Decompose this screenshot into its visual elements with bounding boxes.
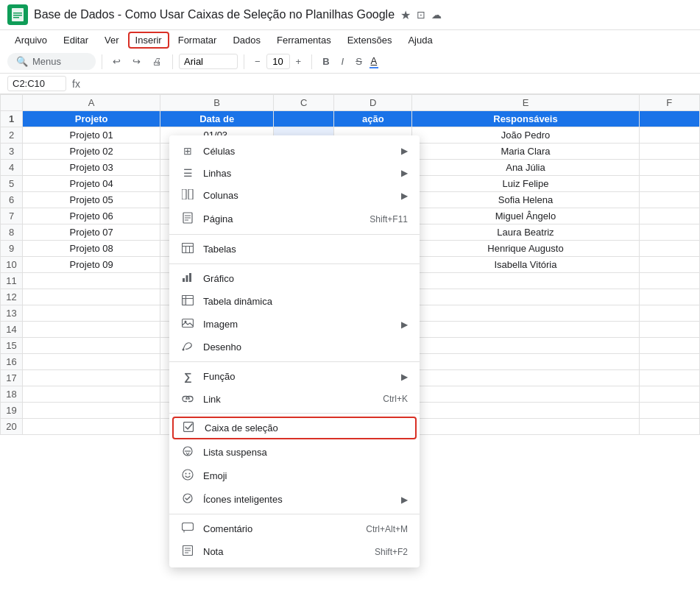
menu-item-tabela-dinamica[interactable]: Tabela dinâmica: [169, 290, 420, 313]
menu-item-nota[interactable]: Nota Shift+F2: [169, 540, 420, 563]
header-B[interactable]: Data de: [160, 111, 274, 127]
desenho-label: Desenho: [203, 341, 408, 353]
menu-dados[interactable]: Dados: [225, 32, 268, 49]
cell-A6[interactable]: Projeto 05: [23, 192, 160, 208]
cell-F10[interactable]: [639, 257, 699, 273]
cell-A9[interactable]: Projeto 08: [23, 241, 160, 257]
toolbar: 🔍 Menus ↩ ↪ 🖨 Arial − 10 + B I S A: [0, 50, 700, 74]
divider-3: [169, 361, 420, 362]
row-num-3: 3: [1, 144, 23, 160]
undo-button[interactable]: ↩: [108, 54, 125, 69]
cell-E3[interactable]: Maria Clara: [412, 144, 639, 160]
menu-ferramentas[interactable]: Ferramentas: [269, 32, 339, 49]
col-header-D[interactable]: D: [334, 95, 412, 111]
cell-A5[interactable]: Projeto 04: [23, 176, 160, 192]
menu-item-caixa-selecao[interactable]: Caixa de seleção: [174, 418, 415, 438]
menu-inserir[interactable]: Inserir: [128, 32, 169, 49]
cell-E10[interactable]: Isabella Vitória: [412, 257, 639, 273]
col-header-E[interactable]: E: [412, 95, 639, 111]
menu-item-link[interactable]: Link Ctrl+K: [169, 388, 420, 410]
nota-shortcut: Shift+F2: [375, 547, 408, 557]
cell-A7[interactable]: Projeto 06: [23, 208, 160, 224]
menu-item-lista-suspensa[interactable]: Lista suspensa: [169, 441, 420, 464]
cell-E6[interactable]: Sofia Helena: [412, 192, 639, 208]
cell-A2[interactable]: Projeto 01: [23, 127, 160, 144]
cell-A10[interactable]: Projeto 09: [23, 257, 160, 273]
menu-ajuda[interactable]: Ajuda: [400, 32, 439, 49]
cloud-icon[interactable]: ☁: [431, 9, 442, 21]
present-icon[interactable]: ⊡: [417, 9, 425, 21]
font-size-increase[interactable]: +: [291, 54, 306, 69]
cell-F3[interactable]: [639, 144, 699, 160]
cell-F6[interactable]: [639, 192, 699, 208]
cell-A4[interactable]: Projeto 03: [23, 160, 160, 176]
menu-item-emoji[interactable]: Emoji: [169, 464, 420, 488]
separator-1: [102, 54, 102, 69]
cell-F9[interactable]: [639, 241, 699, 257]
header-D[interactable]: ação: [334, 111, 412, 127]
header-C[interactable]: [273, 111, 333, 127]
svg-rect-14: [183, 278, 185, 282]
cell-E5[interactable]: Luiz Felipe: [412, 176, 639, 192]
menu-item-icones-inteligentes[interactable]: Ícones inteligentes ▶: [169, 488, 420, 511]
menu-item-grafico[interactable]: Gráfico: [169, 267, 420, 290]
cell-reference[interactable]: C2:C10: [7, 76, 66, 91]
cell-F4[interactable]: [639, 160, 699, 176]
col-header-B[interactable]: B: [160, 95, 274, 111]
underline-button[interactable]: A: [370, 55, 378, 68]
strikethrough-button[interactable]: S: [351, 54, 367, 69]
insert-dropdown-menu: ⊞ Células ▶ ☰ Linhas ▶ Colunas ▶ Página …: [169, 135, 420, 567]
cell-F7[interactable]: [639, 208, 699, 224]
header-A[interactable]: Projeto: [23, 111, 160, 127]
spreadsheet-container: A B C D E F 1 Projeto Data de ação Respo…: [0, 94, 700, 435]
menu-item-pagina[interactable]: Página Shift+F11: [169, 207, 420, 231]
font-name-selector[interactable]: Arial: [179, 54, 238, 69]
cell-A8[interactable]: Projeto 07: [23, 224, 160, 241]
cell-F5[interactable]: [639, 176, 699, 192]
pagina-shortcut: Shift+F11: [370, 214, 408, 224]
celulas-arrow: ▶: [401, 146, 408, 156]
cell-F8[interactable]: [639, 224, 699, 241]
cell-E8[interactable]: Laura Beatriz: [412, 224, 639, 241]
header-E[interactable]: Responsáveis: [412, 111, 639, 127]
col-header-C[interactable]: C: [273, 95, 333, 111]
menu-item-imagem[interactable]: Imagem ▶: [169, 313, 420, 336]
cell-E7[interactable]: Miguel Ângelo: [412, 208, 639, 224]
menu-extensoes[interactable]: Extensões: [340, 32, 400, 49]
font-size-decrease[interactable]: −: [250, 54, 265, 69]
menu-ver[interactable]: Ver: [97, 32, 127, 49]
bold-button[interactable]: B: [318, 54, 333, 69]
menu-editar[interactable]: Editar: [56, 32, 96, 49]
menu-formatar[interactable]: Formatar: [171, 32, 225, 49]
menu-arquivo[interactable]: Arquivo: [7, 32, 54, 49]
svg-rect-3: [13, 17, 19, 18]
nota-label: Nota: [203, 546, 366, 557]
svg-point-23: [183, 349, 185, 351]
cell-F2[interactable]: [639, 127, 699, 144]
print-button[interactable]: 🖨: [148, 54, 166, 69]
star-icon[interactable]: ★: [400, 8, 411, 22]
menu-item-linhas[interactable]: ☰ Linhas ▶: [169, 162, 420, 184]
menu-item-desenho[interactable]: Desenho: [169, 336, 420, 358]
search-icon: 🔍: [16, 56, 28, 67]
menu-item-funcao[interactable]: ∑ Função ▶: [169, 365, 420, 388]
search-box[interactable]: 🔍 Menus: [7, 53, 96, 70]
cell-A3[interactable]: Projeto 02: [23, 144, 160, 160]
redo-button[interactable]: ↪: [128, 54, 145, 69]
italic-button[interactable]: I: [337, 54, 349, 69]
funcao-icon: ∑: [181, 370, 194, 383]
menu-item-comentario[interactable]: Comentário Ctrl+Alt+M: [169, 517, 420, 540]
cell-E2[interactable]: João Pedro: [412, 127, 639, 144]
menu-item-tabelas[interactable]: Tabelas: [169, 238, 420, 261]
title-bar: Base de Dados - Como Usar Caixas de Sele…: [0, 0, 700, 30]
col-header-F[interactable]: F: [639, 95, 699, 111]
menu-item-colunas[interactable]: Colunas ▶: [169, 184, 420, 207]
col-header-A[interactable]: A: [23, 95, 160, 111]
cell-E4[interactable]: Ana Júlia: [412, 160, 639, 176]
font-size-input[interactable]: 10: [266, 54, 290, 69]
menu-item-celulas[interactable]: ⊞ Células ▶: [169, 140, 420, 162]
nota-icon: [181, 545, 194, 558]
cell-E9[interactable]: Henrique Augusto: [412, 241, 639, 257]
emoji-icon: [181, 469, 194, 483]
divider-1: [169, 234, 420, 235]
